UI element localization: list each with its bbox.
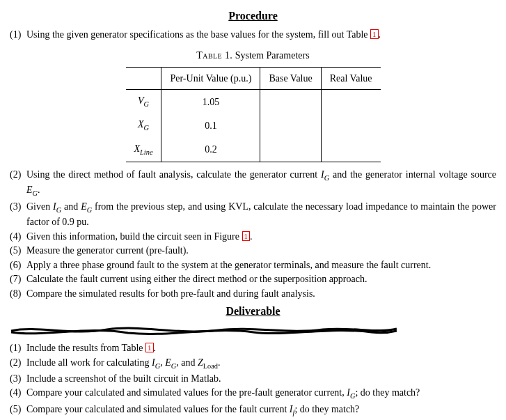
caption-text: System Parameters xyxy=(232,50,309,61)
text-part: Using the direct method of fault analysi… xyxy=(26,169,321,180)
procedure-item-3: (3) Given IG and EG from the previous st… xyxy=(10,200,496,229)
text-part: Compare your calculated and simulated va… xyxy=(26,387,347,398)
table-1-caption: Table 1. System Parameters xyxy=(10,49,496,63)
text-part: . xyxy=(379,29,381,40)
procedure-item-7: (7) Calculate the fault current using ei… xyxy=(10,272,496,286)
item-text: Calculate the fault current using either… xyxy=(26,272,496,286)
table-row: XG 0.1 xyxy=(126,114,381,137)
text-part: . xyxy=(250,231,253,242)
row-label: XG xyxy=(126,114,161,137)
text-part: Given xyxy=(26,201,53,212)
col-header-pu: Per-Unit Value (p.u.) xyxy=(161,67,260,90)
var-EG: E xyxy=(81,201,87,212)
cell-real xyxy=(321,90,380,114)
text-part: and xyxy=(61,201,81,212)
item-number: (4) xyxy=(10,230,26,244)
subscript: G xyxy=(33,189,38,197)
procedure-item-8: (8) Compare the simulated results for bo… xyxy=(10,287,496,301)
text-part: Include the results from Table xyxy=(26,343,145,353)
item-text: Apply a three phase ground fault to the … xyxy=(26,258,496,272)
procedure-item-2: (2) Using the direct method of fault ana… xyxy=(10,168,496,199)
subscript: Line xyxy=(140,148,152,156)
procedure-item-5: (5) Measure the generator current (pre-f… xyxy=(10,244,496,258)
table-ref-link[interactable]: 1 xyxy=(370,29,379,39)
procedure-item-4: (4) Given this information, build the ci… xyxy=(10,230,496,244)
text-part: . xyxy=(38,185,40,195)
subscript: G xyxy=(144,124,149,132)
item-number: (2) xyxy=(10,168,26,182)
row-label: XLine xyxy=(126,138,161,162)
item-number: (8) xyxy=(10,287,26,301)
col-header-real: Real Value xyxy=(321,67,380,90)
item-text: Given IG and EG from the previous step, … xyxy=(26,200,496,229)
text-part: and the generator internal voltage sourc… xyxy=(329,169,496,180)
text-part: ; do they match? xyxy=(355,387,420,398)
procedure-item-6: (6) Apply a three phase ground fault to … xyxy=(10,258,496,272)
text-part: Include all work for calculating xyxy=(26,357,152,368)
text-part: from the previous step, and using KVL, c… xyxy=(26,201,496,227)
item-number: (1) xyxy=(10,28,26,42)
item-number: (3) xyxy=(10,200,26,214)
cell-base xyxy=(260,90,321,114)
table-ref-link[interactable]: 1 xyxy=(145,343,154,352)
var: X xyxy=(138,119,144,130)
table-row: VG 1.05 xyxy=(126,90,381,114)
caption-label: Table 1. xyxy=(196,50,232,61)
var-EG: E xyxy=(165,357,171,368)
deliverable-heading: Deliverable xyxy=(10,304,496,319)
procedure-list: (1) Using the given generator specificat… xyxy=(10,28,496,300)
table-1-wrap: Table 1. System Parameters Per-Unit Valu… xyxy=(10,49,496,162)
deliverable-item-1: (1) Include the results from Table 1. xyxy=(10,341,496,355)
item-text: Using the direct method of fault analysi… xyxy=(26,168,496,199)
item-number: (2) xyxy=(10,356,26,370)
var-EG: E xyxy=(26,185,33,195)
col-header-label xyxy=(126,67,161,90)
item-text: Compare your calculated and simulated va… xyxy=(26,386,496,401)
figure-ref-link[interactable]: 1 xyxy=(242,231,251,241)
deliverable-item-2: (2) Include all work for calculating IG,… xyxy=(10,356,496,371)
var-ZLoad: Z xyxy=(198,357,203,368)
cell-real xyxy=(321,114,380,137)
item-text: Include the results from Table 1. xyxy=(26,341,496,355)
item-number: (6) xyxy=(10,258,26,272)
deliverable-list: (1) Include the results from Table 1. (2… xyxy=(10,341,496,418)
item-number: (1) xyxy=(10,341,26,355)
scribble-icon xyxy=(10,323,400,337)
item-text: Include all work for calculating IG, EG,… xyxy=(26,356,496,371)
text-part: ; do they match? xyxy=(294,404,359,414)
text-part: , and xyxy=(176,357,198,368)
struckout-line xyxy=(10,323,496,337)
deliverable-item-3: (3) Include a screenshot of the built ci… xyxy=(10,372,496,386)
row-label: VG xyxy=(126,90,161,114)
item-text: Compare the simulated results for both p… xyxy=(26,287,496,301)
var: X xyxy=(134,143,141,154)
system-parameters-table: Per-Unit Value (p.u.) Base Value Real Va… xyxy=(126,67,381,162)
cell-real xyxy=(321,138,380,162)
deliverable-item-5: (5) Compare your calculated and simulate… xyxy=(10,403,496,418)
item-number: (4) xyxy=(10,386,26,400)
col-header-base: Base Value xyxy=(260,67,321,90)
var: V xyxy=(138,95,144,106)
cell-base xyxy=(260,138,321,162)
text-part: Compare your calculated and simulated va… xyxy=(26,404,290,414)
item-number: (7) xyxy=(10,272,26,286)
cell-base xyxy=(260,114,321,137)
item-text: Given this information, build the circui… xyxy=(26,230,496,244)
subscript: Load xyxy=(203,361,218,369)
item-number: (5) xyxy=(10,403,26,417)
text-part: . xyxy=(154,343,157,353)
text-part: Given this information, build the circui… xyxy=(26,231,242,242)
table-header-row: Per-Unit Value (p.u.) Base Value Real Va… xyxy=(126,67,381,90)
text-part: Using the given generator specifications… xyxy=(26,29,370,40)
item-number: (5) xyxy=(10,244,26,258)
deliverable-item-4: (4) Compare your calculated and simulate… xyxy=(10,386,496,401)
procedure-heading: Procedure xyxy=(10,8,496,24)
item-text: Compare your calculated and simulated va… xyxy=(26,403,496,418)
procedure-item-1: (1) Using the given generator specificat… xyxy=(10,28,496,42)
item-number: (3) xyxy=(10,372,26,386)
cell-pu: 0.2 xyxy=(161,138,260,162)
cell-pu: 0.1 xyxy=(161,114,260,137)
table-row: XLine 0.2 xyxy=(126,138,381,162)
subscript: G xyxy=(144,100,149,108)
cell-pu: 1.05 xyxy=(161,90,260,114)
